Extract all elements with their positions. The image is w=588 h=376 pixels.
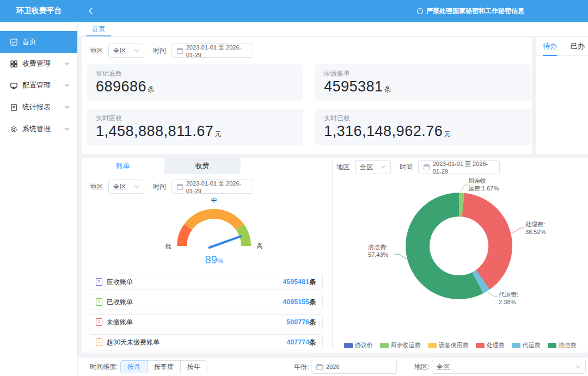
- bill-row-value: 4595481: [283, 278, 309, 286]
- legend-item[interactable]: 清洁费: [548, 341, 577, 349]
- chevron-down-icon: [64, 104, 70, 110]
- grid-icon: [10, 60, 18, 68]
- chevron-down-icon: [134, 185, 139, 188]
- bill-filter-row: 地区 全区 时间 2023-01-01 至 2026-01-29: [90, 180, 253, 194]
- stat-value: 689686条: [96, 78, 295, 95]
- pie-label-cleaning-fee: 清洁费:57.43%: [368, 244, 388, 259]
- bill-list-row-received[interactable]: ≡ 已收账单 4095155 条: [89, 294, 323, 310]
- region-select-value: 全区: [113, 46, 126, 56]
- gauge-value-unit: %: [217, 257, 223, 265]
- bill-row-unit: 条: [309, 278, 316, 287]
- button-by-quarter[interactable]: 按季度: [147, 360, 181, 373]
- bill-row-value: 500776: [286, 318, 309, 326]
- gauge-chart: 低中高: [160, 193, 268, 258]
- stat-tile-realtime-received: 实时已收 1,316,148,962.76元: [315, 109, 531, 145]
- legend-label: 厨余收运费: [391, 341, 421, 349]
- sidebar-item-label: 收费管理: [22, 59, 51, 69]
- chevron-down-icon: [134, 49, 139, 52]
- region-select-value: 全区: [113, 182, 126, 192]
- svg-text:低: 低: [166, 243, 171, 249]
- chevron-down-icon: [64, 126, 70, 132]
- calendar-icon: [177, 184, 183, 190]
- legend-label: 清洁费: [559, 341, 577, 349]
- monitor-icon: [10, 82, 18, 90]
- bill-row-label: 超30天未缴费账单: [107, 338, 160, 347]
- calendar-icon: [316, 364, 323, 370]
- date-range-value: 2023-01-01 至 2026-01-29: [186, 44, 248, 58]
- bottom-region-label: 地区:: [414, 357, 429, 376]
- legend-item[interactable]: 代运费: [512, 341, 541, 349]
- stat-tile-bills-due: 应缴账单 4595381条: [315, 64, 531, 101]
- stat-unit: 条: [148, 85, 155, 93]
- report-icon: [10, 103, 18, 112]
- legend-label: 协议价: [355, 341, 373, 349]
- gauge-value-number: 89: [205, 254, 217, 266]
- region-select[interactable]: 全区: [355, 160, 391, 174]
- region-select[interactable]: 全区: [108, 180, 144, 194]
- bill-row-label: 已收账单: [107, 298, 133, 307]
- bill-list-row-receivable[interactable]: ≡ 应收账单 4595481 条: [89, 274, 323, 290]
- sidebar-item-label: 配置管理: [22, 81, 51, 90]
- tab-todo[interactable]: 待办: [543, 37, 557, 56]
- chevron-left-icon: [87, 7, 95, 15]
- date-range-input[interactable]: 2023-01-01 至 2026-01-29: [171, 180, 253, 194]
- button-by-year[interactable]: 按年: [180, 360, 207, 373]
- region-select[interactable]: 全区: [108, 44, 144, 58]
- tab-bill-label: 账单: [116, 161, 130, 171]
- sidebar-item-label: 系统管理: [22, 124, 51, 134]
- pie-label-processing-fee: 处理费:38.52%: [525, 221, 546, 236]
- app-root: 环卫收费平台 严禁处理国家秘密和工作秘密信息 首页 收费管理: [0, 0, 588, 376]
- tab-active-indicator: [86, 35, 111, 36]
- date-range-input[interactable]: 2023-01-01 至 2026-01-29: [418, 160, 500, 174]
- tab-bill[interactable]: 账单: [82, 158, 164, 174]
- legend-swatch-icon: [344, 343, 353, 348]
- year-input[interactable]: 2026: [311, 360, 397, 374]
- legend-item[interactable]: 厨余收运费: [380, 341, 421, 349]
- chevron-down-icon: [575, 365, 581, 368]
- bottom-region-select[interactable]: 全区: [432, 360, 586, 374]
- stat-tile-realtime-receivable: 实时应收 1,458,888,811.67元: [87, 109, 303, 145]
- sidebar-item-label: 首页: [22, 37, 36, 47]
- svg-text:高: 高: [257, 243, 263, 249]
- todo-card: 待办 已办: [536, 37, 588, 154]
- legend-item[interactable]: 处理费: [476, 341, 505, 349]
- legend-swatch-icon: [380, 343, 389, 348]
- tab-home[interactable]: 首页: [85, 22, 112, 36]
- legend-swatch-icon: [476, 343, 485, 348]
- document-icon: ≡: [96, 318, 102, 326]
- year-label: 年份:: [294, 357, 309, 376]
- bill-list-row-unpaid[interactable]: ≡ 未缴账单 500776 条: [89, 314, 323, 330]
- fee-filter-row: 地区 全区 时间 2023-01-01 至 2026-01-29: [336, 160, 500, 174]
- fee-panel: 地区 全区 时间 2023-01-01 至 2026-01-29: [332, 158, 588, 353]
- year-value: 2026: [326, 363, 339, 370]
- gear-icon: [10, 125, 18, 133]
- sidebar-item-config-management[interactable]: 配置管理: [0, 75, 77, 96]
- stat-value: 1,458,888,811.67元: [96, 123, 295, 140]
- stat-unit: 元: [444, 130, 451, 138]
- bill-row-unit: 条: [309, 318, 316, 327]
- legend-swatch-icon: [428, 343, 437, 348]
- svg-text:中: 中: [211, 197, 217, 204]
- time-filter-label: 时间: [153, 46, 166, 56]
- bill-list-row-overdue-30days[interactable]: ≡ 超30天未缴费账单 407774 条: [89, 334, 323, 350]
- back-button[interactable]: [84, 4, 97, 17]
- tab-charge[interactable]: 收费: [163, 158, 241, 174]
- tab-done[interactable]: 已办: [571, 37, 585, 56]
- date-range-input[interactable]: 2023-01-01 至 2026-01-29: [171, 44, 253, 58]
- security-warning: 严禁处理国家秘密和工作秘密信息: [416, 0, 524, 22]
- stat-unit: 元: [215, 130, 222, 138]
- stat-value: 4595381条: [324, 78, 523, 95]
- sidebar-item-statistics-report[interactable]: 统计报表: [0, 96, 77, 118]
- page-tabbar: 首页: [78, 22, 588, 36]
- sidebar-item-charge-management[interactable]: 收费管理: [0, 53, 77, 75]
- date-range-value: 2023-01-01 至 2026-01-29: [186, 180, 248, 194]
- button-by-month[interactable]: 按月: [120, 360, 148, 373]
- document-icon: ≡: [96, 278, 102, 286]
- legend-item[interactable]: 协议价: [344, 341, 373, 349]
- overview-card: 地区 全区 时间 2023-01-01 至 2026-01-29 登记底数 68…: [82, 37, 532, 154]
- time-dimension-label: 时间维度:: [90, 357, 118, 376]
- legend-item[interactable]: 设备使用费: [428, 341, 469, 349]
- info-icon: [416, 8, 424, 15]
- sidebar-item-home[interactable]: 首页: [0, 31, 77, 53]
- sidebar-item-system-management[interactable]: 系统管理: [0, 118, 77, 140]
